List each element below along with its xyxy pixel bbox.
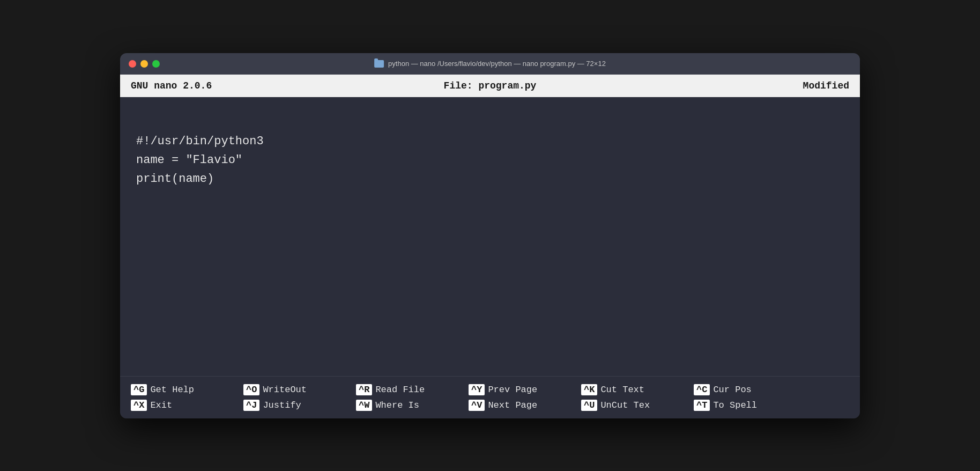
window-title-text: python — nano /Users/flavio/dev/python —… — [388, 60, 606, 68]
shortcut-cut-text[interactable]: ^K Cut Text — [581, 384, 683, 395]
key-ctrl-j: ^J — [243, 400, 259, 411]
key-ctrl-c: ^C — [694, 384, 710, 395]
titlebar: python — nano /Users/flavio/dev/python —… — [120, 53, 860, 75]
label-prev-page: Prev Page — [488, 385, 537, 395]
editor-content[interactable]: #!/usr/bin/python3 name = "Flavio" print… — [136, 113, 844, 189]
folder-icon — [374, 60, 384, 68]
label-get-help: Get Help — [150, 385, 194, 395]
label-exit: Exit — [150, 400, 172, 410]
shortcut-prev-page[interactable]: ^Y Prev Page — [469, 384, 570, 395]
label-cut-text: Cut Text — [600, 385, 644, 395]
key-ctrl-o: ^O — [243, 384, 259, 395]
key-ctrl-u: ^U — [581, 400, 597, 411]
label-uncut-text: UnCut Tex — [600, 400, 650, 410]
label-writeout: WriteOut — [263, 385, 307, 395]
shortcut-where-is[interactable]: ^W Where Is — [356, 400, 458, 411]
label-justify: Justify — [263, 400, 301, 410]
editor-area[interactable]: #!/usr/bin/python3 name = "Flavio" print… — [120, 97, 860, 376]
key-ctrl-t: ^T — [694, 400, 710, 411]
shortcut-justify[interactable]: ^J Justify — [243, 400, 345, 411]
modified-status: Modified — [610, 80, 849, 91]
label-next-page: Next Page — [488, 400, 537, 410]
shortcut-read-file[interactable]: ^R Read File — [356, 384, 458, 395]
maximize-button[interactable] — [152, 60, 160, 68]
shortcut-row-1: ^G Get Help ^O WriteOut ^R Read File ^Y … — [120, 382, 860, 398]
shortcut-row-2: ^X Exit ^J Justify ^W Where Is ^V Next P… — [120, 398, 860, 413]
key-ctrl-x: ^X — [131, 400, 147, 411]
shortcut-writeout[interactable]: ^O WriteOut — [243, 384, 345, 395]
key-ctrl-w: ^W — [356, 400, 372, 411]
label-where-is: Where Is — [375, 400, 419, 410]
label-read-file: Read File — [375, 385, 425, 395]
shortcut-bar: ^G Get Help ^O WriteOut ^R Read File ^Y … — [120, 376, 860, 418]
label-cur-pos: Cur Pos — [713, 385, 751, 395]
key-ctrl-r: ^R — [356, 384, 372, 395]
shortcut-uncut-text[interactable]: ^U UnCut Tex — [581, 400, 683, 411]
shortcut-exit[interactable]: ^X Exit — [131, 400, 233, 411]
terminal-window: python — nano /Users/flavio/dev/python —… — [120, 53, 860, 418]
key-ctrl-v: ^V — [469, 400, 485, 411]
key-ctrl-y: ^Y — [469, 384, 485, 395]
close-button[interactable] — [129, 60, 136, 68]
traffic-lights — [129, 60, 160, 68]
shortcut-get-help[interactable]: ^G Get Help — [131, 384, 233, 395]
nano-status-bar: GNU nano 2.0.6 File: program.py Modified — [120, 75, 860, 97]
shortcut-next-page[interactable]: ^V Next Page — [469, 400, 570, 411]
shortcut-to-spell[interactable]: ^T To Spell — [694, 400, 796, 411]
minimize-button[interactable] — [140, 60, 148, 68]
file-name: File: program.py — [370, 80, 610, 91]
label-to-spell: To Spell — [713, 400, 757, 410]
nano-version: GNU nano 2.0.6 — [131, 80, 370, 91]
shortcut-cur-pos[interactable]: ^C Cur Pos — [694, 384, 796, 395]
titlebar-title: python — nano /Users/flavio/dev/python —… — [374, 60, 606, 68]
key-ctrl-k: ^K — [581, 384, 597, 395]
key-ctrl-g: ^G — [131, 384, 147, 395]
